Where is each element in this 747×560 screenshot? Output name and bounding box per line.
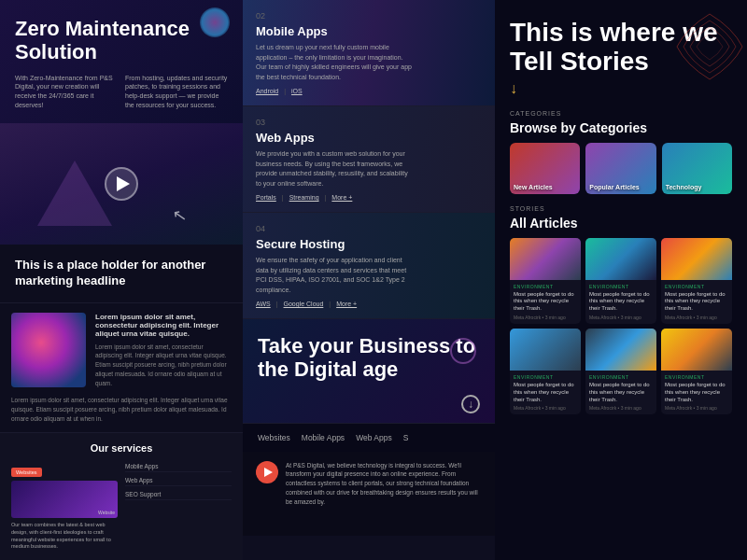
sc-title-hosting: Secure Hosting <box>256 237 482 251</box>
article-env-5: Environment <box>665 374 728 380</box>
sc-tag-more-web[interactable]: More + <box>331 194 352 201</box>
lorem-body: Lorem ipsum dolor sit amet, consectetur … <box>95 343 232 388</box>
article-meta-2: Environment Most people forget to do thi… <box>661 280 732 324</box>
articles-grid-row2: Environment Most people forget to do thi… <box>495 324 747 414</box>
sc-num-03: 03 <box>256 118 482 127</box>
list-item-web[interactable]: Web Apps <box>125 475 232 486</box>
lorem-blob <box>11 313 86 387</box>
article-title-5: Most people forget to do this when they … <box>665 382 728 403</box>
bottom-services-panel: At P&S Digital, we believe technology is… <box>243 452 495 536</box>
deco-lines-svg <box>672 9 747 84</box>
hero-panel: Zero Maintenance Solution With Zero-Main… <box>0 0 243 123</box>
left-column: Zero Maintenance Solution With Zero-Main… <box>0 0 243 560</box>
cat-card-new-label: New Articles <box>514 184 553 190</box>
sc-tag-streaming[interactable]: Streaming <box>289 194 319 201</box>
article-card-0[interactable]: Environment Most people forget to do thi… <box>510 238 581 324</box>
sc-tag-ios[interactable]: iOS <box>291 88 303 94</box>
sc-tag-more-hosting[interactable]: More + <box>336 301 357 307</box>
nav-tab-mobile[interactable]: Mobile Apps <box>302 431 345 444</box>
article-title-3: Most people forget to do this when they … <box>514 382 577 403</box>
hero-right-text: From hosting, updates and security patch… <box>125 74 228 110</box>
cta-down-arrow[interactable]: ↓ <box>461 395 480 413</box>
category-cards: New Articles Popular Articles Technology <box>495 143 747 203</box>
hero-title: Zero Maintenance Solution <box>15 17 228 64</box>
bottom-play-icon <box>264 468 273 477</box>
cta-heading: Take your Business to the Digital age <box>258 334 480 382</box>
sc-tag-portals[interactable]: Portals <box>256 194 276 201</box>
article-meta-0: Environment Most people forget to do thi… <box>510 280 581 324</box>
service-chip: Websites <box>11 468 42 477</box>
lorem-below: Lorem ipsum dolor sit amet, consectetur … <box>11 396 232 423</box>
sc-desc-hosting: We ensure the safety of your application… <box>256 256 415 295</box>
article-author-2: Meta Afrocirk • 3 min ago <box>665 315 728 320</box>
cat-card-popular[interactable]: Popular Articles <box>585 143 655 194</box>
article-author-5: Meta Afrocirk • 3 min ago <box>665 405 728 411</box>
article-img-5 <box>661 329 732 371</box>
article-img-2 <box>661 238 732 280</box>
lorem-text-block: Lorem ipsum dolor sit amet, consectetur … <box>95 313 232 388</box>
article-img-1 <box>585 238 656 280</box>
article-title-2: Most people forget to do this when they … <box>665 291 728 313</box>
article-card-1[interactable]: Environment Most people forget to do thi… <box>585 238 656 324</box>
stories-deco <box>672 9 747 88</box>
stories-section-label: Stories <box>495 203 747 214</box>
article-author-3: Meta Afrocirk • 3 min ago <box>514 405 577 411</box>
nav-tabs: Websites Mobile Apps Web Apps S <box>243 423 495 452</box>
sc-tag-android[interactable]: Android <box>256 88 278 94</box>
cat-card-new[interactable]: New Articles <box>510 143 580 194</box>
sc-num-02: 02 <box>256 11 482 21</box>
service-card-hosting: 04 Secure Hosting We ensure the safety o… <box>243 213 495 319</box>
article-title-4: Most people forget to do this when they … <box>589 382 653 403</box>
article-author-4: Meta Afrocirk • 3 min ago <box>589 405 653 411</box>
article-title-0: Most people forget to do this when they … <box>514 291 577 313</box>
placeholder-heading: This is a place holder for another marke… <box>15 258 228 289</box>
right-column: This is where we Tell Stories ↓ Categori… <box>495 0 747 560</box>
bottom-desc: At P&S Digital, we believe technology is… <box>286 461 482 507</box>
lorem-panel: Lorem ipsum dolor sit amet, consectetur … <box>0 303 243 433</box>
cat-card-popular-label: Popular Articles <box>589 184 639 190</box>
article-meta-3: Environment Most people forget to do thi… <box>510 371 581 414</box>
article-author-1: Meta Afrocirk • 3 min ago <box>589 315 653 320</box>
placeholder-panel: This is a place holder for another marke… <box>0 245 243 303</box>
article-env-3: Environment <box>514 374 577 380</box>
article-env-2: Environment <box>665 284 728 289</box>
sc-title-mobile: Mobile Apps <box>256 24 482 38</box>
list-item-seo[interactable]: SEO Support <box>125 489 232 500</box>
article-meta-1: Environment Most people forget to do thi… <box>585 280 656 324</box>
article-env-0: Environment <box>514 284 577 289</box>
articles-grid-row1: Environment Most people forget to do thi… <box>495 238 747 324</box>
service-desc: Our team combines the latest & best web … <box>11 522 118 551</box>
article-card-2[interactable]: Environment Most people forget to do thi… <box>661 238 732 324</box>
article-env-4: Environment <box>589 374 653 380</box>
cat-card-tech[interactable]: Technology <box>662 143 732 194</box>
article-meta-5: Environment Most people forget to do thi… <box>661 371 732 414</box>
services-title: Our services <box>11 442 232 454</box>
all-articles-heading: All Articles <box>495 214 747 238</box>
article-img-4 <box>585 329 656 371</box>
article-title-1: Most people forget to do this when they … <box>589 291 653 313</box>
video-triangle-deco <box>37 161 112 226</box>
sc-num-04: 04 <box>256 224 482 233</box>
article-card-5[interactable]: Environment Most people forget to do thi… <box>661 329 732 414</box>
nav-tab-webapps[interactable]: Web Apps <box>356 431 392 444</box>
list-item-mobile[interactable]: Mobile Apps <box>125 461 232 472</box>
bottom-play-button[interactable] <box>256 461 278 483</box>
sc-title-web: Web Apps <box>256 131 482 145</box>
article-env-1: Environment <box>589 284 653 289</box>
sc-tag-aws[interactable]: AWS <box>256 301 271 307</box>
nav-tab-more[interactable]: S <box>403 431 409 444</box>
services-panel: Our services Websites Website Our team c… <box>0 432 243 560</box>
nav-tab-websites[interactable]: Websites <box>258 431 290 444</box>
sc-tag-gcloud[interactable]: Google Cloud <box>284 301 324 307</box>
service-thumb: Website <box>11 481 118 518</box>
stories-hero: This is where we Tell Stories ↓ <box>495 0 747 106</box>
hero-left-text: With Zero-Maintenance from P&S Digital, … <box>15 74 118 110</box>
article-card-4[interactable]: Environment Most people forget to do thi… <box>585 329 656 414</box>
article-author-0: Meta Afrocirk • 3 min ago <box>514 315 577 320</box>
lorem-heading: Lorem ipsum dolor sit amet, consectetur … <box>95 313 232 338</box>
service-websites: Websites Website Our team combines the l… <box>11 461 118 551</box>
video-panel[interactable]: ↖ <box>0 123 243 245</box>
article-meta-4: Environment Most people forget to do thi… <box>585 371 656 414</box>
article-card-3[interactable]: Environment Most people forget to do thi… <box>510 329 581 414</box>
cat-card-tech-label: Technology <box>666 184 702 190</box>
